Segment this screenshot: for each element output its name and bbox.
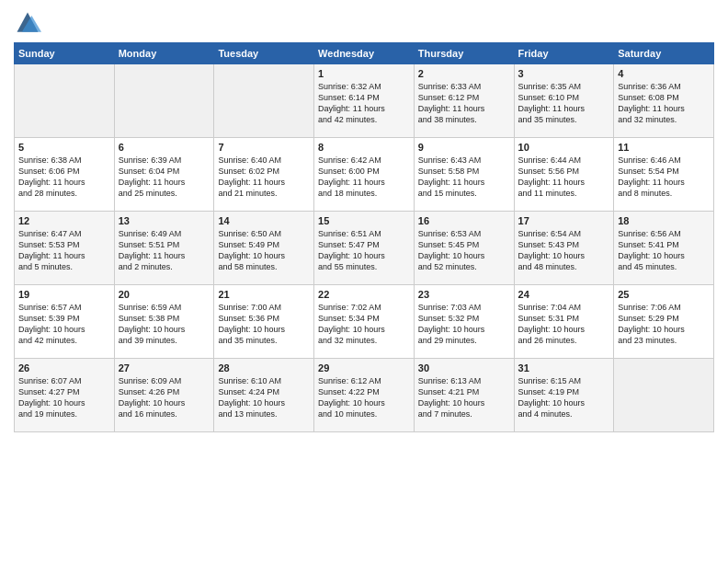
day-number: 28: [218, 362, 310, 373]
day-info: Sunrise: 6:54 AM Sunset: 5:43 PM Dayligh…: [518, 228, 610, 273]
calendar-cell: 21Sunrise: 7:00 AM Sunset: 5:36 PM Dayli…: [214, 285, 314, 359]
calendar-cell: 12Sunrise: 6:47 AM Sunset: 5:53 PM Dayli…: [15, 212, 115, 285]
day-header: Saturday: [614, 43, 714, 64]
day-info: Sunrise: 7:02 AM Sunset: 5:34 PM Dayligh…: [318, 302, 410, 347]
day-info: Sunrise: 6:56 AM Sunset: 5:41 PM Dayligh…: [618, 228, 710, 273]
day-number: 5: [18, 142, 110, 153]
calendar-cell: 2Sunrise: 6:33 AM Sunset: 6:12 PM Daylig…: [414, 64, 514, 138]
calendar-cell: 11Sunrise: 6:46 AM Sunset: 5:54 PM Dayli…: [614, 138, 714, 212]
day-info: Sunrise: 6:49 AM Sunset: 5:51 PM Dayligh…: [119, 228, 210, 273]
day-header: Monday: [114, 43, 214, 64]
day-number: 15: [318, 215, 410, 226]
day-number: 8: [318, 142, 410, 153]
day-number: 30: [418, 362, 510, 373]
day-number: 10: [518, 142, 610, 153]
day-number: 27: [119, 362, 210, 373]
calendar-cell: [614, 359, 714, 432]
day-header: Tuesday: [214, 43, 314, 64]
day-info: Sunrise: 6:15 AM Sunset: 4:19 PM Dayligh…: [518, 375, 610, 420]
day-info: Sunrise: 7:00 AM Sunset: 5:36 PM Dayligh…: [218, 302, 310, 347]
header: [14, 9, 714, 37]
calendar-cell: 29Sunrise: 6:12 AM Sunset: 4:22 PM Dayli…: [314, 359, 415, 432]
day-header: Sunday: [15, 43, 115, 64]
day-info: Sunrise: 7:04 AM Sunset: 5:31 PM Dayligh…: [518, 302, 610, 347]
day-number: 12: [18, 215, 110, 226]
day-number: 20: [119, 289, 210, 300]
calendar-week-row: 12Sunrise: 6:47 AM Sunset: 5:53 PM Dayli…: [15, 212, 714, 285]
calendar-cell: [214, 64, 314, 138]
day-number: 14: [218, 215, 310, 226]
day-info: Sunrise: 7:06 AM Sunset: 5:29 PM Dayligh…: [618, 302, 710, 347]
day-number: 29: [318, 362, 410, 373]
day-info: Sunrise: 6:43 AM Sunset: 5:58 PM Dayligh…: [418, 155, 510, 200]
calendar-cell: 26Sunrise: 6:07 AM Sunset: 4:27 PM Dayli…: [15, 359, 115, 432]
day-info: Sunrise: 6:07 AM Sunset: 4:27 PM Dayligh…: [18, 375, 110, 420]
day-number: 13: [119, 215, 210, 226]
day-number: 2: [418, 68, 510, 79]
day-info: Sunrise: 6:38 AM Sunset: 6:06 PM Dayligh…: [18, 155, 110, 200]
calendar-cell: 15Sunrise: 6:51 AM Sunset: 5:47 PM Dayli…: [314, 212, 415, 285]
day-number: 26: [18, 362, 110, 373]
day-number: 11: [618, 142, 710, 153]
day-info: Sunrise: 6:42 AM Sunset: 6:00 PM Dayligh…: [318, 155, 410, 200]
day-info: Sunrise: 6:47 AM Sunset: 5:53 PM Dayligh…: [18, 228, 110, 273]
calendar-cell: 7Sunrise: 6:40 AM Sunset: 6:02 PM Daylig…: [214, 138, 314, 212]
day-info: Sunrise: 6:53 AM Sunset: 5:45 PM Dayligh…: [418, 228, 510, 273]
day-info: Sunrise: 6:09 AM Sunset: 4:26 PM Dayligh…: [119, 375, 210, 420]
calendar-cell: 22Sunrise: 7:02 AM Sunset: 5:34 PM Dayli…: [314, 285, 415, 359]
calendar-cell: 3Sunrise: 6:35 AM Sunset: 6:10 PM Daylig…: [514, 64, 614, 138]
calendar-cell: 27Sunrise: 6:09 AM Sunset: 4:26 PM Dayli…: [114, 359, 214, 432]
day-info: Sunrise: 6:12 AM Sunset: 4:22 PM Dayligh…: [318, 375, 410, 420]
calendar-week-row: 19Sunrise: 6:57 AM Sunset: 5:39 PM Dayli…: [15, 285, 714, 359]
day-info: Sunrise: 6:39 AM Sunset: 6:04 PM Dayligh…: [119, 155, 210, 200]
day-info: Sunrise: 6:10 AM Sunset: 4:24 PM Dayligh…: [218, 375, 310, 420]
day-number: 17: [518, 215, 610, 226]
calendar-cell: 17Sunrise: 6:54 AM Sunset: 5:43 PM Dayli…: [514, 212, 614, 285]
day-number: 4: [618, 68, 710, 79]
day-number: 21: [218, 289, 310, 300]
calendar-week-row: 1Sunrise: 6:32 AM Sunset: 6:14 PM Daylig…: [15, 64, 714, 138]
calendar-cell: 19Sunrise: 6:57 AM Sunset: 5:39 PM Dayli…: [15, 285, 115, 359]
calendar-table: SundayMondayTuesdayWednesdayThursdayFrid…: [14, 42, 714, 432]
calendar-cell: 6Sunrise: 6:39 AM Sunset: 6:04 PM Daylig…: [114, 138, 214, 212]
calendar-cell: 10Sunrise: 6:44 AM Sunset: 5:56 PM Dayli…: [514, 138, 614, 212]
calendar-cell: 5Sunrise: 6:38 AM Sunset: 6:06 PM Daylig…: [15, 138, 115, 212]
logo-icon: [14, 9, 41, 37]
day-info: Sunrise: 6:50 AM Sunset: 5:49 PM Dayligh…: [218, 228, 310, 273]
day-number: 25: [618, 289, 710, 300]
calendar-page: SundayMondayTuesdayWednesdayThursdayFrid…: [0, 0, 728, 563]
day-number: 9: [418, 142, 510, 153]
day-info: Sunrise: 6:51 AM Sunset: 5:47 PM Dayligh…: [318, 228, 410, 273]
calendar-cell: 14Sunrise: 6:50 AM Sunset: 5:49 PM Dayli…: [214, 212, 314, 285]
logo: [14, 9, 45, 37]
day-info: Sunrise: 6:59 AM Sunset: 5:38 PM Dayligh…: [119, 302, 210, 347]
day-info: Sunrise: 6:44 AM Sunset: 5:56 PM Dayligh…: [518, 155, 610, 200]
day-info: Sunrise: 6:36 AM Sunset: 6:08 PM Dayligh…: [618, 81, 710, 126]
calendar-week-row: 5Sunrise: 6:38 AM Sunset: 6:06 PM Daylig…: [15, 138, 714, 212]
day-info: Sunrise: 6:13 AM Sunset: 4:21 PM Dayligh…: [418, 375, 510, 420]
day-number: 18: [618, 215, 710, 226]
day-number: 3: [518, 68, 610, 79]
day-header: Thursday: [414, 43, 514, 64]
day-info: Sunrise: 7:03 AM Sunset: 5:32 PM Dayligh…: [418, 302, 510, 347]
day-number: 6: [119, 142, 210, 153]
calendar-cell: 4Sunrise: 6:36 AM Sunset: 6:08 PM Daylig…: [614, 64, 714, 138]
day-number: 31: [518, 362, 610, 373]
calendar-cell: 1Sunrise: 6:32 AM Sunset: 6:14 PM Daylig…: [314, 64, 415, 138]
calendar-cell: 30Sunrise: 6:13 AM Sunset: 4:21 PM Dayli…: [414, 359, 514, 432]
calendar-cell: 20Sunrise: 6:59 AM Sunset: 5:38 PM Dayli…: [114, 285, 214, 359]
day-info: Sunrise: 6:57 AM Sunset: 5:39 PM Dayligh…: [18, 302, 110, 347]
day-info: Sunrise: 6:46 AM Sunset: 5:54 PM Dayligh…: [618, 155, 710, 200]
day-header: Wednesday: [314, 43, 415, 64]
calendar-cell: 8Sunrise: 6:42 AM Sunset: 6:00 PM Daylig…: [314, 138, 415, 212]
day-number: 1: [318, 68, 410, 79]
calendar-cell: 13Sunrise: 6:49 AM Sunset: 5:51 PM Dayli…: [114, 212, 214, 285]
calendar-cell: 24Sunrise: 7:04 AM Sunset: 5:31 PM Dayli…: [514, 285, 614, 359]
day-number: 24: [518, 289, 610, 300]
day-number: 19: [18, 289, 110, 300]
header-row: SundayMondayTuesdayWednesdayThursdayFrid…: [15, 43, 714, 64]
day-header: Friday: [514, 43, 614, 64]
day-number: 7: [218, 142, 310, 153]
day-info: Sunrise: 6:40 AM Sunset: 6:02 PM Dayligh…: [218, 155, 310, 200]
calendar-cell: [114, 64, 214, 138]
